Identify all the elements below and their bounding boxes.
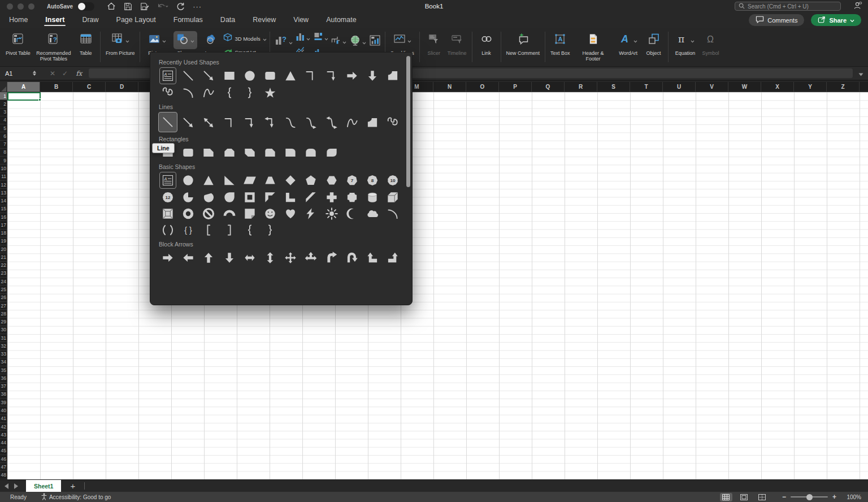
shape-rectangle[interactable] bbox=[219, 67, 240, 84]
row-header-46[interactable]: 46 bbox=[0, 455, 7, 463]
shape-left-bracket[interactable] bbox=[198, 222, 219, 238]
shape-right-brace[interactable] bbox=[260, 222, 280, 238]
tab-review[interactable]: Review bbox=[251, 14, 277, 27]
row-header-19[interactable]: 19 bbox=[0, 237, 7, 245]
grid-cells[interactable] bbox=[7, 92, 868, 479]
row-header-23[interactable]: 23 bbox=[0, 270, 7, 278]
shape-curved-double-arrow-connector[interactable] bbox=[322, 112, 342, 133]
shape-round-diagonal-corner-rectangle[interactable] bbox=[322, 144, 342, 161]
shape-left-right-up-arrow[interactable] bbox=[301, 249, 321, 266]
shape-snip-same-side-corner-rectangle[interactable] bbox=[219, 144, 240, 161]
shape-l-shape[interactable] bbox=[280, 189, 301, 205]
shape-frame[interactable] bbox=[240, 189, 260, 205]
home-icon[interactable] bbox=[107, 2, 116, 11]
autosave-toggle[interactable] bbox=[77, 2, 94, 11]
shape-hexagon[interactable] bbox=[322, 172, 342, 188]
table-button[interactable]: Table bbox=[75, 31, 97, 57]
row-header-31[interactable]: 31 bbox=[0, 334, 7, 342]
add-sheet-button[interactable]: + bbox=[70, 481, 75, 491]
symbol-button[interactable]: ΩSymbol bbox=[700, 31, 722, 57]
comments-button[interactable]: Comments bbox=[749, 14, 804, 26]
shape-quad-arrow[interactable] bbox=[280, 249, 301, 266]
row-header-25[interactable]: 25 bbox=[0, 285, 7, 293]
shape-scribble[interactable] bbox=[158, 84, 178, 101]
save-icon[interactable] bbox=[124, 2, 132, 11]
column-header-u[interactable]: U bbox=[663, 82, 696, 92]
shape-rounded-rectangle[interactable] bbox=[178, 144, 198, 161]
shape-arc[interactable] bbox=[383, 205, 403, 222]
shape-oval[interactable] bbox=[178, 172, 198, 188]
row-header-33[interactable]: 33 bbox=[0, 350, 7, 358]
page-layout-view-button[interactable] bbox=[738, 493, 750, 501]
row-header-17[interactable]: 17 bbox=[0, 221, 7, 229]
row-header-15[interactable]: 15 bbox=[0, 205, 7, 213]
formula-bar-expand-icon[interactable] bbox=[858, 68, 863, 79]
shape-chord[interactable] bbox=[198, 189, 219, 205]
row-header-13[interactable]: 13 bbox=[0, 189, 7, 197]
3d-models-button[interactable]: 3D Models bbox=[223, 33, 266, 44]
shape-moon[interactable] bbox=[342, 205, 362, 222]
column-header-z[interactable]: Z bbox=[827, 82, 860, 92]
row-header-47[interactable]: 47 bbox=[0, 463, 7, 471]
close-window-button[interactable] bbox=[7, 3, 13, 10]
shape-freeform[interactable] bbox=[362, 112, 383, 133]
redo-icon[interactable] bbox=[176, 2, 185, 11]
row-header-43[interactable]: 43 bbox=[0, 431, 7, 439]
row-header-9[interactable]: 9 bbox=[0, 157, 7, 165]
row-header-34[interactable]: 34 bbox=[0, 358, 7, 366]
row-header-12[interactable]: 12 bbox=[0, 181, 7, 189]
tab-view[interactable]: View bbox=[292, 14, 310, 27]
sheet-tab-sheet1[interactable]: Sheet1 bbox=[26, 480, 61, 492]
tab-formulas[interactable]: Formulas bbox=[172, 14, 204, 27]
row-header-20[interactable]: 20 bbox=[0, 245, 7, 253]
shape-diagonal-stripe[interactable] bbox=[301, 189, 321, 205]
save-as-icon[interactable] bbox=[140, 2, 149, 11]
shape-oval[interactable] bbox=[240, 67, 260, 84]
shape-block-left-arrow[interactable] bbox=[178, 249, 198, 266]
pivot-table-button[interactable]: Pivot Table bbox=[3, 31, 33, 57]
row-header-7[interactable]: 7 bbox=[0, 141, 7, 149]
shape-right-bracket[interactable] bbox=[219, 222, 240, 238]
tab-insert[interactable]: Insert bbox=[44, 14, 66, 27]
fill-handle[interactable] bbox=[38, 98, 41, 101]
row-header-8[interactable]: 8 bbox=[0, 149, 7, 157]
shape-no-symbol[interactable] bbox=[198, 205, 219, 222]
shape-right-brace[interactable] bbox=[240, 84, 260, 101]
row-header-40[interactable]: 40 bbox=[0, 406, 7, 414]
shape-cube[interactable] bbox=[383, 189, 403, 205]
from-picture-button[interactable]: From Picture bbox=[103, 31, 137, 57]
shape-snip-diagonal-corner-rectangle[interactable] bbox=[240, 144, 260, 161]
row-header-6[interactable]: 6 bbox=[0, 132, 7, 140]
shape-block-right-arrow[interactable] bbox=[158, 249, 178, 266]
row-header-29[interactable]: 29 bbox=[0, 318, 7, 326]
select-all-button[interactable] bbox=[0, 82, 7, 92]
zoom-in-button[interactable]: + bbox=[832, 493, 836, 501]
window-controls[interactable] bbox=[7, 3, 34, 10]
shape-decagon[interactable]: 10 bbox=[383, 172, 403, 188]
shape-curved-connector[interactable] bbox=[280, 112, 301, 133]
hierarchy-chart-button[interactable] bbox=[329, 31, 348, 51]
shape-block-down-arrow[interactable] bbox=[362, 67, 383, 84]
column-header-s[interactable]: S bbox=[597, 82, 630, 92]
row-header-32[interactable]: 32 bbox=[0, 342, 7, 350]
shape-regular-pentagon[interactable] bbox=[301, 172, 321, 188]
shape-bevel[interactable] bbox=[158, 205, 178, 222]
row-header-48[interactable]: 48 bbox=[0, 471, 7, 479]
shape-block-up-arrow[interactable] bbox=[198, 249, 219, 266]
shape-octagon[interactable]: 8 bbox=[362, 172, 383, 188]
name-box-stepper[interactable] bbox=[33, 71, 36, 76]
shape-line-arrow[interactable] bbox=[198, 67, 219, 84]
shape-cross[interactable] bbox=[322, 189, 342, 205]
shape-double-brace[interactable]: { } bbox=[178, 222, 198, 238]
tab-data[interactable]: Data bbox=[219, 14, 236, 27]
shape-line-arrow[interactable] bbox=[178, 112, 198, 133]
shape-isosceles-triangle[interactable] bbox=[198, 172, 219, 188]
shape-block-right-arrow[interactable] bbox=[342, 67, 362, 84]
row-header-39[interactable]: 39 bbox=[0, 399, 7, 406]
shape-left-brace[interactable] bbox=[240, 222, 260, 238]
share-button[interactable]: Share bbox=[811, 14, 861, 26]
wordart-button[interactable]: AWordArt bbox=[614, 31, 643, 57]
shape-plaque[interactable] bbox=[342, 189, 362, 205]
row-header-38[interactable]: 38 bbox=[0, 391, 7, 399]
tab-home[interactable]: Home bbox=[8, 14, 29, 27]
